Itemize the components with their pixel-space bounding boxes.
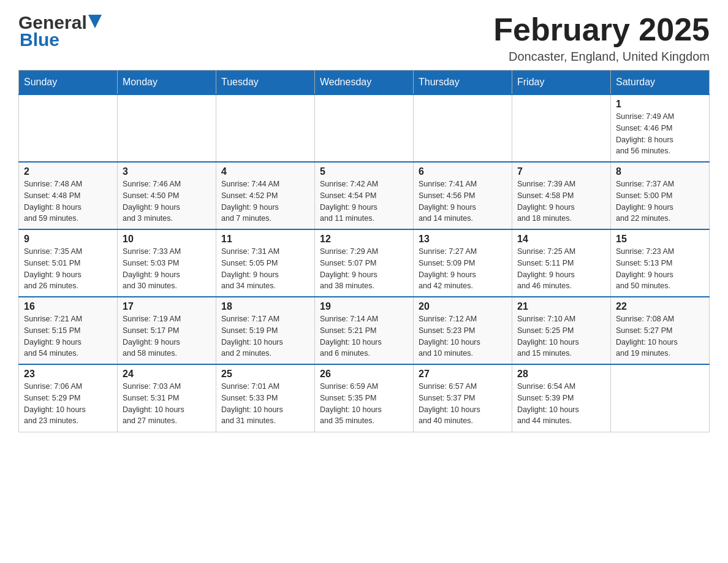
week-row-5: 23Sunrise: 7:06 AM Sunset: 5:29 PM Dayli… (19, 364, 710, 432)
day-number: 14 (517, 234, 605, 245)
calendar-cell-w3-d7: 15Sunrise: 7:23 AM Sunset: 5:13 PM Dayli… (611, 229, 710, 297)
svg-marker-0 (88, 15, 102, 28)
calendar-cell-w1-d2 (118, 94, 216, 162)
calendar-cell-w3-d1: 9Sunrise: 7:35 AM Sunset: 5:01 PM Daylig… (19, 229, 118, 297)
day-number: 19 (320, 301, 408, 312)
day-info: Sunrise: 6:59 AM Sunset: 5:35 PM Dayligh… (320, 381, 408, 427)
calendar-cell-w1-d6 (512, 94, 611, 162)
col-monday: Monday (118, 71, 216, 95)
location-subtitle: Doncaster, England, United Kingdom (493, 50, 710, 64)
calendar-cell-w5-d1: 23Sunrise: 7:06 AM Sunset: 5:29 PM Dayli… (19, 364, 118, 432)
logo-triangle-icon (88, 15, 102, 28)
day-info: Sunrise: 7:31 AM Sunset: 5:05 PM Dayligh… (221, 246, 309, 292)
calendar-cell-w4-d6: 21Sunrise: 7:10 AM Sunset: 5:25 PM Dayli… (512, 297, 611, 364)
day-info: Sunrise: 7:10 AM Sunset: 5:25 PM Dayligh… (517, 313, 605, 359)
logo: General Blue (18, 12, 102, 50)
day-number: 28 (517, 369, 605, 380)
day-number: 15 (616, 234, 704, 245)
day-number: 20 (419, 301, 507, 312)
calendar-cell-w5-d2: 24Sunrise: 7:03 AM Sunset: 5:31 PM Dayli… (118, 364, 216, 432)
col-sunday: Sunday (19, 71, 118, 95)
week-row-4: 16Sunrise: 7:21 AM Sunset: 5:15 PM Dayli… (19, 297, 710, 364)
day-info: Sunrise: 7:19 AM Sunset: 5:17 PM Dayligh… (123, 313, 211, 359)
day-info: Sunrise: 7:49 AM Sunset: 4:46 PM Dayligh… (616, 111, 704, 157)
day-info: Sunrise: 7:21 AM Sunset: 5:15 PM Dayligh… (24, 313, 112, 359)
calendar-cell-w3-d5: 13Sunrise: 7:27 AM Sunset: 5:09 PM Dayli… (414, 229, 512, 297)
calendar-cell-w1-d7: 1Sunrise: 7:49 AM Sunset: 4:46 PM Daylig… (611, 94, 710, 162)
calendar-cell-w5-d6: 28Sunrise: 6:54 AM Sunset: 5:39 PM Dayli… (512, 364, 611, 432)
week-row-2: 2Sunrise: 7:48 AM Sunset: 4:48 PM Daylig… (19, 162, 710, 229)
calendar-cell-w3-d6: 14Sunrise: 7:25 AM Sunset: 5:11 PM Dayli… (512, 229, 611, 297)
week-row-1: 1Sunrise: 7:49 AM Sunset: 4:46 PM Daylig… (19, 94, 710, 162)
day-info: Sunrise: 7:29 AM Sunset: 5:07 PM Dayligh… (320, 246, 408, 292)
day-info: Sunrise: 7:35 AM Sunset: 5:01 PM Dayligh… (24, 246, 112, 292)
day-info: Sunrise: 7:37 AM Sunset: 5:00 PM Dayligh… (616, 178, 704, 224)
day-number: 11 (221, 234, 309, 245)
day-info: Sunrise: 7:01 AM Sunset: 5:33 PM Dayligh… (221, 381, 309, 427)
day-number: 27 (419, 369, 507, 380)
calendar-cell-w2-d7: 8Sunrise: 7:37 AM Sunset: 5:00 PM Daylig… (611, 162, 710, 229)
day-number: 22 (616, 301, 704, 312)
day-number: 1 (616, 99, 704, 110)
day-number: 13 (419, 234, 507, 245)
calendar-cell-w2-d2: 3Sunrise: 7:46 AM Sunset: 4:50 PM Daylig… (118, 162, 216, 229)
day-number: 23 (24, 369, 112, 380)
calendar-cell-w2-d6: 7Sunrise: 7:39 AM Sunset: 4:58 PM Daylig… (512, 162, 611, 229)
calendar-cell-w4-d7: 22Sunrise: 7:08 AM Sunset: 5:27 PM Dayli… (611, 297, 710, 364)
col-tuesday: Tuesday (216, 71, 315, 95)
calendar-cell-w3-d4: 12Sunrise: 7:29 AM Sunset: 5:07 PM Dayli… (315, 229, 414, 297)
calendar-header-row: Sunday Monday Tuesday Wednesday Thursday… (19, 71, 710, 95)
day-number: 25 (221, 369, 309, 380)
calendar-cell-w3-d3: 11Sunrise: 7:31 AM Sunset: 5:05 PM Dayli… (216, 229, 315, 297)
day-number: 6 (419, 166, 507, 177)
day-info: Sunrise: 7:12 AM Sunset: 5:23 PM Dayligh… (419, 313, 507, 359)
calendar-cell-w1-d4 (315, 94, 414, 162)
calendar-cell-w5-d3: 25Sunrise: 7:01 AM Sunset: 5:33 PM Dayli… (216, 364, 315, 432)
title-area: February 2025 Doncaster, England, United… (493, 12, 710, 64)
day-info: Sunrise: 7:41 AM Sunset: 4:56 PM Dayligh… (419, 178, 507, 224)
day-number: 26 (320, 369, 408, 380)
day-info: Sunrise: 7:39 AM Sunset: 4:58 PM Dayligh… (517, 178, 605, 224)
day-info: Sunrise: 6:57 AM Sunset: 5:37 PM Dayligh… (419, 381, 507, 427)
col-thursday: Thursday (414, 71, 512, 95)
calendar-cell-w1-d1 (19, 94, 118, 162)
calendar-cell-w2-d5: 6Sunrise: 7:41 AM Sunset: 4:56 PM Daylig… (414, 162, 512, 229)
day-number: 21 (517, 301, 605, 312)
calendar-cell-w1-d5 (414, 94, 512, 162)
day-number: 3 (123, 166, 211, 177)
calendar-cell-w3-d2: 10Sunrise: 7:33 AM Sunset: 5:03 PM Dayli… (118, 229, 216, 297)
day-number: 16 (24, 301, 112, 312)
col-saturday: Saturday (611, 71, 710, 95)
calendar-cell-w5-d4: 26Sunrise: 6:59 AM Sunset: 5:35 PM Dayli… (315, 364, 414, 432)
day-number: 24 (123, 369, 211, 380)
day-info: Sunrise: 6:54 AM Sunset: 5:39 PM Dayligh… (517, 381, 605, 427)
day-info: Sunrise: 7:06 AM Sunset: 5:29 PM Dayligh… (24, 381, 112, 427)
day-number: 18 (221, 301, 309, 312)
calendar-cell-w2-d3: 4Sunrise: 7:44 AM Sunset: 4:52 PM Daylig… (216, 162, 315, 229)
calendar-cell-w4-d4: 19Sunrise: 7:14 AM Sunset: 5:21 PM Dayli… (315, 297, 414, 364)
day-number: 7 (517, 166, 605, 177)
calendar-cell-w5-d5: 27Sunrise: 6:57 AM Sunset: 5:37 PM Dayli… (414, 364, 512, 432)
calendar-cell-w5-d7 (611, 364, 710, 432)
day-info: Sunrise: 7:27 AM Sunset: 5:09 PM Dayligh… (419, 246, 507, 292)
day-info: Sunrise: 7:44 AM Sunset: 4:52 PM Dayligh… (221, 178, 309, 224)
day-number: 5 (320, 166, 408, 177)
calendar-cell-w4-d2: 17Sunrise: 7:19 AM Sunset: 5:17 PM Dayli… (118, 297, 216, 364)
day-info: Sunrise: 7:33 AM Sunset: 5:03 PM Dayligh… (123, 246, 211, 292)
calendar-cell-w4-d5: 20Sunrise: 7:12 AM Sunset: 5:23 PM Dayli… (414, 297, 512, 364)
page-header: General Blue February 2025 Doncaster, En… (18, 12, 710, 64)
week-row-3: 9Sunrise: 7:35 AM Sunset: 5:01 PM Daylig… (19, 229, 710, 297)
day-info: Sunrise: 7:08 AM Sunset: 5:27 PM Dayligh… (616, 313, 704, 359)
day-number: 12 (320, 234, 408, 245)
day-info: Sunrise: 7:17 AM Sunset: 5:19 PM Dayligh… (221, 313, 309, 359)
day-number: 10 (123, 234, 211, 245)
day-info: Sunrise: 7:23 AM Sunset: 5:13 PM Dayligh… (616, 246, 704, 292)
day-number: 9 (24, 234, 112, 245)
logo-blue-text: Blue (20, 29, 59, 50)
day-number: 2 (24, 166, 112, 177)
day-info: Sunrise: 7:14 AM Sunset: 5:21 PM Dayligh… (320, 313, 408, 359)
col-friday: Friday (512, 71, 611, 95)
calendar-cell-w4-d3: 18Sunrise: 7:17 AM Sunset: 5:19 PM Dayli… (216, 297, 315, 364)
month-title: February 2025 (493, 12, 710, 47)
day-number: 8 (616, 166, 704, 177)
